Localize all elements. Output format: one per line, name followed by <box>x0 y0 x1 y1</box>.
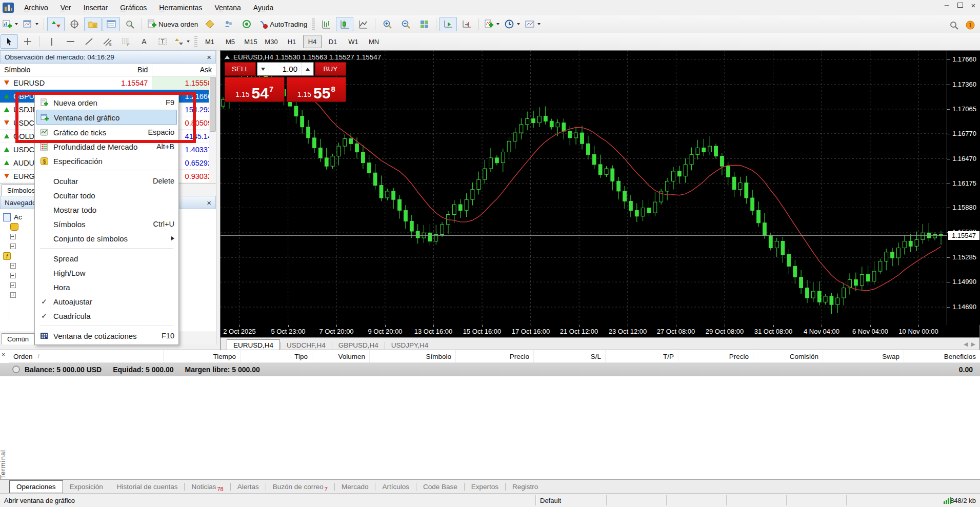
navigator-button[interactable] <box>84 17 102 31</box>
toolbar-grip[interactable] <box>312 18 315 30</box>
minimize-button[interactable]: ─ <box>942 1 951 9</box>
terminal-tab-buz-n-de-correo[interactable]: Buzón de correo7 <box>266 481 334 493</box>
templates-button[interactable] <box>523 17 543 31</box>
publish-button[interactable] <box>238 17 255 31</box>
expand-icon[interactable] <box>10 234 16 239</box>
menu-item-ocultar-todo[interactable]: Ocultar todo <box>35 188 178 202</box>
expand-icon[interactable] <box>10 263 16 269</box>
menu-item-especificaci-n[interactable]: $Especificación <box>35 154 178 168</box>
chart-tab-gbpusd-h4[interactable]: GBPUSD,H4 <box>332 340 385 351</box>
column-beneficios[interactable]: Beneficios <box>904 350 980 362</box>
tabs-scroll-right-icon[interactable]: ▶ <box>971 341 975 348</box>
menu-item-spread[interactable]: Spread <box>35 251 178 266</box>
column-orden[interactable]: Orden/ <box>9 350 163 362</box>
dropdown-caret-icon[interactable] <box>517 23 520 25</box>
arrows-tool-button[interactable] <box>172 34 192 49</box>
menu-item-profundidad-de-mercado[interactable]: Profundidad de MercadoAlt+B <box>35 139 178 154</box>
column-swap[interactable]: Swap <box>823 350 904 362</box>
cursor-button[interactable] <box>1 34 18 49</box>
volume-decrease-icon[interactable] <box>257 63 269 75</box>
chart-shift-button[interactable] <box>458 17 475 31</box>
terminal-tab-expertos[interactable]: Expertos <box>465 481 505 493</box>
menu-item-autoajustar[interactable]: ✓Autoajustar <box>35 294 178 309</box>
close-button[interactable]: × <box>969 1 978 9</box>
menu-insertar[interactable]: Insertar <box>77 2 114 14</box>
vertical-line-button[interactable] <box>43 34 61 49</box>
search-icon[interactable] <box>950 21 958 30</box>
zoom-in-button[interactable] <box>378 17 396 31</box>
expand-icon[interactable] <box>10 292 16 298</box>
column-s-mbolo[interactable]: Símbolo <box>369 350 455 362</box>
auto-scroll-button[interactable] <box>439 17 457 31</box>
timeframe-m15[interactable]: M15 <box>242 35 260 48</box>
column-precio[interactable]: Precio <box>678 350 753 362</box>
expand-icon[interactable] <box>10 282 16 288</box>
buy-button[interactable]: BUY <box>315 62 346 76</box>
equidistant-channel-button[interactable]: E <box>98 34 116 49</box>
restore-button[interactable] <box>955 1 965 9</box>
market-watch-scrollbar[interactable] <box>209 75 216 184</box>
menu-item-high-low[interactable]: High/Low <box>35 266 178 280</box>
terminal-tab-noticias[interactable]: Noticias78 <box>185 481 230 493</box>
timeframe-m5[interactable]: M5 <box>221 35 239 48</box>
menu-item-ventana-de-cotizaciones[interactable]: Ventana de cotizacionesF10 <box>35 329 178 343</box>
navigator-close-icon[interactable]: × <box>207 199 211 207</box>
column-volumen[interactable]: Volumen <box>312 350 369 362</box>
market-watch-close-icon[interactable]: × <box>207 53 211 61</box>
horizontal-line-button[interactable] <box>62 34 79 49</box>
column-tiempo[interactable]: Tiempo <box>163 350 240 362</box>
crosshair-button[interactable] <box>19 34 36 49</box>
menu-herramientas[interactable]: Herramientas <box>153 2 208 14</box>
chart-bars-button[interactable] <box>317 17 335 31</box>
text-button[interactable]: A <box>135 34 153 49</box>
buy-price-tile[interactable]: 1.15 55 8 <box>287 77 347 102</box>
menu-item-ventana-del-gr-fico[interactable]: Ventana del gráfico <box>36 110 177 125</box>
menu-item-hora[interactable]: Hora <box>35 280 178 294</box>
chart-tab-usdchf-h4[interactable]: USDCHF,H4 <box>281 340 332 351</box>
chart-tab-usdjpy-h4[interactable]: USDJPY,H4 <box>385 340 435 351</box>
sell-price-tile[interactable]: 1.15 54 7 <box>225 77 285 102</box>
community-button[interactable] <box>219 17 237 31</box>
symbol-row-eurusd[interactable]: EURUSD1.155471.15558 <box>0 76 216 90</box>
autotrading-button[interactable]: AutoTrading <box>256 17 309 31</box>
column-precio[interactable]: Precio <box>455 350 533 362</box>
indicators-button[interactable] <box>482 17 502 31</box>
strategy-tester-button[interactable] <box>121 17 138 31</box>
column-symbol[interactable]: Símbolo <box>0 66 90 74</box>
new-order-button[interactable]: Nueva orden <box>145 17 200 31</box>
notifications-icon[interactable]: 1 <box>966 21 975 30</box>
menu-item-s-mbolos[interactable]: SímbolosCtrl+U <box>35 217 178 231</box>
tabs-scroll-left-icon[interactable]: ◀ <box>964 341 968 348</box>
time-scale[interactable]: 2 Oct 20255 Oct 23:007 Oct 20:009 Oct 20… <box>221 325 979 337</box>
new-chart-button[interactable] <box>1 17 20 31</box>
terminal-tab-code-base[interactable]: Code Base <box>416 481 464 493</box>
chart-tab-eurusd-h4[interactable]: EURUSD,H4 <box>227 339 280 351</box>
terminal-button[interactable] <box>103 17 120 31</box>
column-s-l[interactable]: S/L <box>533 350 605 362</box>
menu-ver[interactable]: Ver <box>54 2 77 14</box>
terminal-tab-operaciones[interactable]: Operaciones <box>9 480 63 493</box>
menu-item-mostrar-todo[interactable]: Mostrar todo <box>35 202 178 217</box>
dropdown-caret-icon[interactable] <box>496 23 499 25</box>
dropdown-caret-icon[interactable] <box>537 23 541 25</box>
menu-item-gr-fico-de-ticks[interactable]: Gráfico de ticksEspacio <box>35 125 178 139</box>
sell-button[interactable]: SELL <box>225 62 256 76</box>
terminal-tab-historial-de-cuentas[interactable]: Historial de cuentas <box>110 481 185 493</box>
menu-item-conjunto-de-s-mbolos[interactable]: Conjunto de símbolos <box>35 231 178 246</box>
column-tipo[interactable]: Tipo <box>240 350 312 362</box>
dropdown-caret-icon[interactable] <box>35 23 38 25</box>
terminal-tab-exposici-n[interactable]: Exposición <box>63 481 110 493</box>
dropdown-caret-icon[interactable] <box>15 23 18 25</box>
column-comisi-n[interactable]: Comisión <box>753 350 823 362</box>
menu-ventana[interactable]: Ventana <box>208 2 247 14</box>
column-t-p[interactable]: T/P <box>605 350 678 362</box>
dropdown-caret-icon[interactable] <box>187 40 190 43</box>
timeframe-mn[interactable]: MN <box>365 35 383 48</box>
market-watch-button[interactable] <box>47 17 65 31</box>
terminal-close-icon[interactable]: × <box>2 351 5 358</box>
volume-field[interactable]: 1.00 <box>269 63 302 75</box>
menu-archivo[interactable]: Archivo <box>18 2 54 14</box>
fibonacci-button[interactable]: F <box>117 34 134 49</box>
menu-item-nueva-orden[interactable]: Nueva ordenF9 <box>35 95 178 110</box>
menu-ayuda[interactable]: Ayuda <box>247 2 279 14</box>
